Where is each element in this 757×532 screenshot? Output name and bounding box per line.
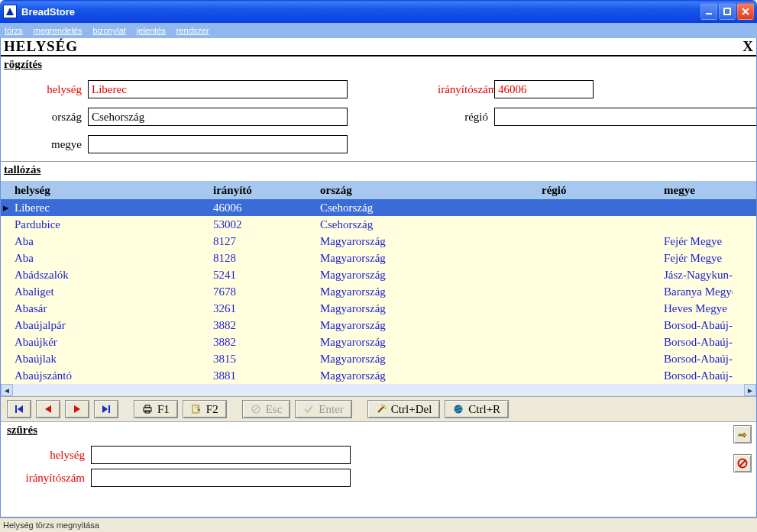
cell-helyseg: Abaliget xyxy=(11,285,210,299)
input-orszag[interactable] xyxy=(88,108,348,126)
print-f1-button[interactable]: F1 xyxy=(134,400,178,418)
cell-regio xyxy=(539,274,661,276)
th-helyseg[interactable]: helység xyxy=(11,182,210,198)
menu-rendszer[interactable]: rendszer xyxy=(176,26,209,35)
cell-iranyito: 3881 xyxy=(210,369,317,383)
cell-helyseg: Aba xyxy=(11,251,210,266)
cell-megye: Jász-Nagykun-Sz xyxy=(661,268,733,282)
esc-label: Esc xyxy=(266,403,283,416)
menubar: törzs megrendelés bizonylat jelentés ren… xyxy=(0,23,757,38)
cell-helyseg: Liberec xyxy=(11,201,210,215)
svg-line-23 xyxy=(739,460,746,466)
th-megye[interactable]: megye xyxy=(661,182,733,198)
table-row[interactable]: Abaújlak3815MagyarországBorsod-Abaúj-Ze xyxy=(1,350,756,367)
section-record-label: rögzítés xyxy=(1,56,756,76)
cell-iranyito: 3882 xyxy=(210,318,317,333)
ctrldel-label: Ctrl+Del xyxy=(391,403,432,416)
th-iranyito[interactable]: irányító xyxy=(210,182,317,198)
svg-rect-14 xyxy=(192,405,199,413)
filter-input-iranyitoszam[interactable] xyxy=(91,469,351,487)
table-row[interactable]: Aba8127MagyarországFejér Megye xyxy=(1,233,756,250)
table-row[interactable]: Aba8128MagyarországFejér Megye xyxy=(1,250,756,266)
table-row[interactable]: Abasár3261MagyarországHeves Megye xyxy=(1,300,756,317)
th-regio[interactable]: régió xyxy=(539,182,661,198)
label-iranyitoszam: irányítószám xyxy=(438,83,491,96)
cell-megye: Borsod-Abaúj-Ze xyxy=(661,369,733,383)
scroll-left-button[interactable]: ◄ xyxy=(1,384,13,396)
export-icon xyxy=(191,404,202,414)
cell-regio xyxy=(539,358,661,360)
svg-rect-12 xyxy=(145,405,150,408)
cell-orszag: Magyarország xyxy=(317,285,539,299)
refresh-ctrlr-button[interactable]: Ctrl+R xyxy=(445,400,509,418)
confirm-enter-button[interactable]: Enter xyxy=(295,400,351,418)
cell-helyseg: Aba xyxy=(11,234,210,249)
svg-marker-9 xyxy=(102,405,108,413)
cell-orszag: Magyarország xyxy=(317,301,539,316)
row-marker-icon: ▸ xyxy=(1,200,11,215)
hand-point-icon xyxy=(737,429,748,440)
horizontal-scrollbar[interactable]: ◄ ► xyxy=(1,384,756,396)
apply-filter-button[interactable] xyxy=(733,425,752,443)
cell-regio xyxy=(539,257,661,259)
cell-orszag: Magyarország xyxy=(317,268,539,282)
svg-point-21 xyxy=(455,405,463,414)
input-helyseg[interactable] xyxy=(88,80,348,98)
th-orszag[interactable]: ország xyxy=(317,182,539,198)
table-row[interactable]: ▸Liberec46006Csehország xyxy=(1,199,756,216)
cell-megye: Borsod-Abaúj-Ze xyxy=(661,318,733,333)
table-row[interactable]: Abaújszántó3881MagyarországBorsod-Abaúj-… xyxy=(1,367,756,384)
input-iranyitoszam[interactable] xyxy=(494,80,594,98)
table-row[interactable]: Abaújkér3882MagyarországBorsod-Abaúj-Ze xyxy=(1,334,756,350)
nav-prev-button[interactable] xyxy=(36,400,60,418)
record-form: helység irányítószám ország régió megye xyxy=(1,76,756,161)
cell-iranyito: 3882 xyxy=(210,335,317,350)
nav-first-button[interactable] xyxy=(7,400,31,418)
row-marker-icon xyxy=(1,341,11,343)
cell-regio xyxy=(539,291,661,292)
label-orszag: ország xyxy=(1,111,85,124)
nav-last-button[interactable] xyxy=(94,400,118,418)
row-marker-icon xyxy=(1,375,11,376)
clear-filter-button[interactable] xyxy=(733,454,752,472)
delete-ctrldel-button[interactable]: Ctrl+Del xyxy=(367,400,440,418)
table-row[interactable]: Pardubice53002Csehország xyxy=(1,216,756,233)
table-body: ▸Liberec46006CsehországPardubice53002Cse… xyxy=(1,199,756,384)
row-marker-icon xyxy=(1,291,11,292)
menu-bizonylat[interactable]: bizonylat xyxy=(92,26,125,35)
cell-helyseg: Abaújlak xyxy=(11,352,210,366)
cell-megye: Borsod-Abaúj-Ze xyxy=(661,335,733,350)
export-f2-button[interactable]: F2 xyxy=(183,400,227,418)
svg-rect-2 xyxy=(724,8,730,15)
svg-marker-0 xyxy=(6,8,14,15)
menu-jelentes[interactable]: jelentés xyxy=(137,26,166,35)
table-row[interactable]: Abaliget7678MagyarországBaranya Megye xyxy=(1,283,756,300)
svg-marker-8 xyxy=(74,405,80,413)
cell-regio xyxy=(539,224,661,225)
scroll-right-button[interactable]: ► xyxy=(744,384,756,396)
nav-next-button[interactable] xyxy=(65,400,89,418)
cell-megye: Fejér Megye xyxy=(661,234,733,249)
page-close-button[interactable]: X xyxy=(742,38,753,55)
maximize-button[interactable] xyxy=(719,3,736,20)
close-window-button[interactable] xyxy=(737,3,754,20)
filter-label-iranyitoszam: irányítószám xyxy=(4,472,88,485)
input-regio[interactable] xyxy=(494,108,757,126)
cell-orszag: Magyarország xyxy=(317,251,539,266)
filter-input-helyseg[interactable] xyxy=(91,446,351,464)
cell-regio xyxy=(539,375,661,376)
browse-section: tallózás helység irányító ország régió m… xyxy=(1,161,756,396)
table-row[interactable]: Abádszalók5241MagyarországJász-Nagykun-S… xyxy=(1,266,756,283)
cell-megye: Baranya Megye xyxy=(661,285,733,299)
printer-icon xyxy=(142,404,153,414)
input-megye[interactable] xyxy=(88,135,348,153)
menu-megrendeles[interactable]: megrendelés xyxy=(34,26,82,35)
menu-torzs[interactable]: törzs xyxy=(5,26,23,35)
cell-regio xyxy=(539,207,661,208)
cancel-esc-button[interactable]: Esc xyxy=(242,400,291,418)
svg-marker-6 xyxy=(18,405,23,413)
f1-label: F1 xyxy=(157,403,170,416)
minimize-button[interactable] xyxy=(700,3,717,20)
table-row[interactable]: Abaújalpár3882MagyarországBorsod-Abaúj-Z… xyxy=(1,317,756,334)
label-megye: megye xyxy=(1,138,85,151)
